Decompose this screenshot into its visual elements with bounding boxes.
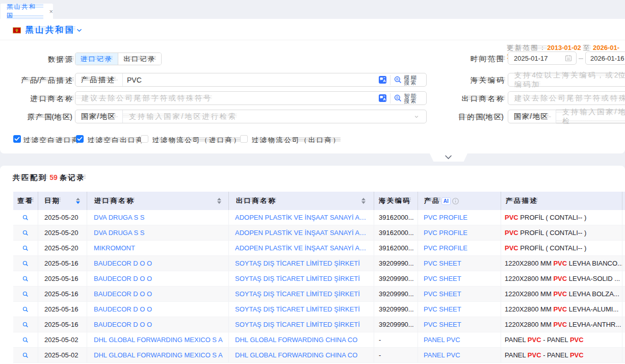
svg-text:A: A <box>383 97 386 101</box>
svg-text:A: A <box>383 79 386 83</box>
